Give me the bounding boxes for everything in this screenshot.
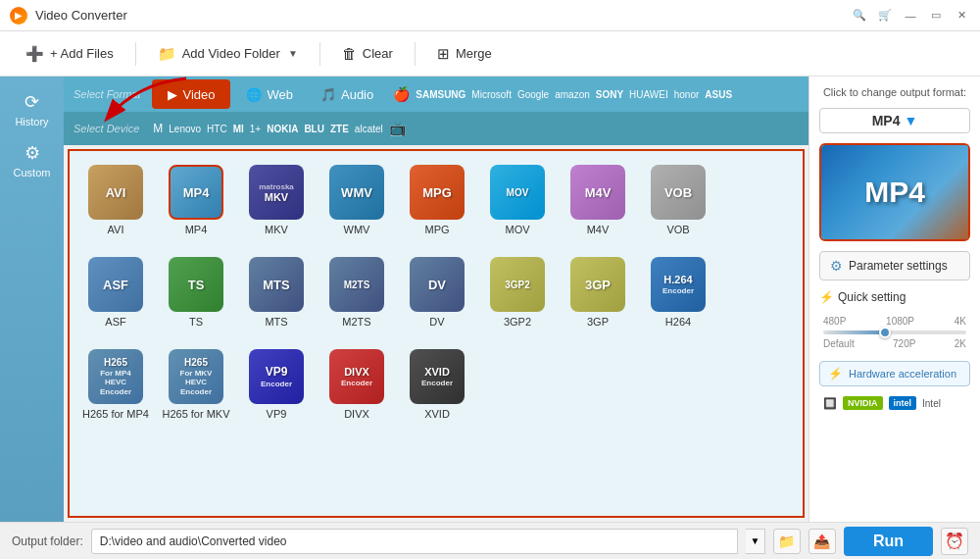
format-mov[interactable]: MOV MOV [479, 159, 556, 247]
toolbar-divider-3 [415, 42, 416, 66]
output-path-dropdown[interactable]: ▼ [746, 529, 765, 554]
format-3gp2[interactable]: 3GP2 3GP2 [479, 251, 556, 339]
format-mp4[interactable]: MP4 MP4 [158, 159, 234, 247]
history-label: History [15, 116, 48, 127]
clear-button[interactable]: 🗑 Clear [328, 39, 407, 68]
close-button[interactable]: ✕ [953, 7, 970, 25]
output-format-selector[interactable]: MP4 ▼ [819, 108, 970, 133]
sony-brand[interactable]: SONY [596, 89, 623, 100]
format-m2ts[interactable]: M2TS M2TS [318, 251, 395, 339]
app-title: Video Converter [35, 8, 127, 23]
toolbar-divider-2 [319, 42, 320, 66]
add-files-button[interactable]: ➕ + Add Files [12, 39, 127, 69]
intel-badge: intel [889, 396, 917, 410]
merge-icon: ⊞ [437, 45, 450, 63]
history-icon: ⟳ [24, 91, 39, 113]
format-mpg[interactable]: MPG MPG [399, 159, 475, 247]
tab-audio[interactable]: 🎵 Audio [307, 76, 387, 112]
format-h265mp4[interactable]: H265 For MP4HEVCEncoder H265 for MP4 [77, 343, 154, 432]
search-icon[interactable]: 🔍 [851, 7, 868, 25]
htc-brand[interactable]: HTC [207, 124, 227, 134]
format-mts[interactable]: MTS MTS [238, 251, 315, 339]
huawei-brand[interactable]: HUAWEI [629, 89, 668, 100]
output-format-preview[interactable]: MP4 [819, 143, 970, 241]
folder-browse-button[interactable]: 📁 [773, 529, 801, 554]
custom-button[interactable]: ⚙ Custom [3, 135, 62, 184]
format-xvid[interactable]: XVID Encoder XVID [399, 343, 475, 432]
tv-brand[interactable]: 📺 [389, 121, 406, 136]
format-dv[interactable]: DV DV [399, 251, 475, 339]
alarm-button[interactable]: ⏰ [941, 528, 968, 555]
quality-slider-thumb[interactable] [879, 327, 891, 338]
samsung-brand[interactable]: SAMSUNG [416, 89, 466, 100]
motorola-brand[interactable]: M [153, 122, 163, 135]
settings-icon: ⚙ [830, 258, 843, 274]
alcatel-brand[interactable]: alcatel [355, 124, 383, 134]
minimize-button[interactable]: — [902, 7, 919, 25]
hardware-acceleration-button[interactable]: ⚡ Hardware acceleration [819, 361, 970, 386]
format-m4v[interactable]: M4V M4V [560, 159, 636, 247]
quick-icon: ⚡ [819, 290, 834, 304]
toolbar-divider-1 [135, 42, 136, 66]
share-button[interactable]: 📤 [808, 529, 836, 554]
mi-brand[interactable]: MI [233, 124, 244, 134]
honor-brand[interactable]: honor [674, 89, 700, 100]
asus-brand[interactable]: ASUS [705, 89, 732, 100]
format-vp9[interactable]: VP9 Encoder VP9 [238, 343, 315, 432]
trash-icon: 🗑 [342, 45, 357, 62]
plus-icon: ➕ [25, 45, 44, 63]
bottom-bar: Output folder: D:\video and audio\Conver… [0, 522, 980, 559]
left-panel: ⟳ History ⚙ Custom [0, 76, 64, 522]
format-divx[interactable]: DIVX Encoder DIVX [318, 343, 395, 432]
format-3gp[interactable]: 3GP 3GP [560, 251, 636, 339]
quick-setting-label: ⚡ Quick setting [819, 290, 970, 304]
microsoft-brand[interactable]: Microsoft [471, 89, 512, 100]
lenovo-brand[interactable]: Lenovo [169, 124, 201, 134]
google-brand[interactable]: Google [517, 89, 549, 100]
amazon-brand[interactable]: amazon [555, 89, 590, 100]
tab-web[interactable]: 🌐 Web [232, 76, 307, 112]
zte-brand[interactable]: ZTE [330, 124, 349, 134]
app-icon: ▶ [10, 7, 27, 25]
format-vob[interactable]: VOB VOB [640, 159, 716, 247]
merge-button[interactable]: ⊞ Merge [423, 39, 506, 69]
output-folder-label: Output folder: [12, 534, 83, 548]
format-asf[interactable]: ASF ASF [77, 251, 154, 339]
web-tab-label: Web [267, 87, 293, 102]
cart-icon[interactable]: 🛒 [876, 7, 894, 25]
format-ts[interactable]: TS TS [158, 251, 234, 339]
parameter-settings-button[interactable]: ⚙ Parameter settings [819, 251, 970, 280]
quality-slider-track[interactable] [823, 330, 966, 334]
format-avi[interactable]: AVI AVI [77, 159, 154, 247]
format-h265mkv[interactable]: H265 For MKVHEVCEncoder H265 for MKV [158, 343, 234, 432]
intel-label: Intel [922, 398, 941, 409]
nvidia-chip-icon: 🔲 [823, 397, 837, 410]
dropdown-icon: ▼ [904, 113, 917, 128]
dropdown-arrow-icon: ▼ [288, 48, 298, 59]
nvidia-badge: NVIDIA [843, 396, 883, 410]
output-format-label: Click to change output format: [819, 86, 970, 98]
audio-tab-label: Audio [341, 87, 373, 102]
nokia-brand[interactable]: NOKIA [267, 124, 298, 134]
history-button[interactable]: ⟳ History [3, 84, 62, 133]
audio-tab-icon: 🎵 [320, 87, 336, 102]
quality-slider[interactable]: 480P 1080P 4K Default 720P 2K [819, 314, 970, 351]
add-video-folder-button[interactable]: 📁 Add Video Folder ▼ [144, 39, 312, 69]
custom-icon: ⚙ [24, 142, 40, 164]
select-device-label: Select Device [64, 123, 149, 134]
maximize-button[interactable]: ▭ [927, 7, 945, 25]
quality-labels-top: 480P 1080P 4K [823, 316, 966, 327]
video-tab-icon: ▶ [168, 87, 177, 102]
format-wmv[interactable]: WMV WMV [318, 159, 395, 247]
oneplus-brand[interactable]: 1+ [250, 124, 261, 134]
right-sidebar: Click to change output format: MP4 ▼ MP4… [808, 76, 980, 522]
apple-brand[interactable]: 🍎 [393, 86, 410, 102]
mp4-preview-text: MP4 [864, 176, 925, 209]
blu-brand[interactable]: BLU [304, 124, 324, 134]
nvidia-intel-row: 🔲 NVIDIA intel Intel [819, 396, 970, 410]
format-h264[interactable]: H.264 Encoder H264 [640, 251, 716, 339]
run-button[interactable]: Run [844, 527, 933, 556]
tab-video[interactable]: ▶ Video [152, 79, 230, 109]
format-mkv[interactable]: matroska MKV MKV [238, 159, 315, 247]
output-path-display: D:\video and audio\Converted video [91, 529, 738, 554]
